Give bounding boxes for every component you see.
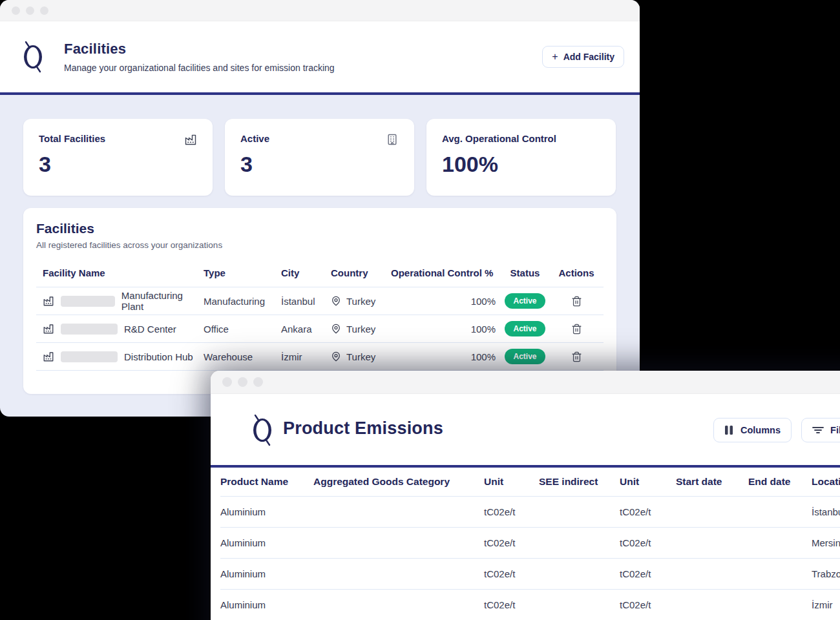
emission-table-row[interactable]: Aluminium tC02e/t tC02e/t İstanbul (220, 497, 840, 528)
facility-control-percent: 100% (391, 351, 501, 362)
unit-value: tC02e/t (620, 599, 676, 610)
column-header-operational-control: Operational Control % (391, 267, 501, 278)
column-header-location: Location (812, 476, 840, 488)
filters-button[interactable]: Filters (801, 418, 840, 442)
emissions-page-title: Product Emissions (283, 418, 443, 439)
stat-card-active: Active 3 (225, 119, 414, 196)
column-header-start-date: Start date (676, 476, 748, 488)
facility-control-percent: 100% (391, 324, 501, 335)
facility-country: Turkey (346, 351, 375, 362)
location-value: İzmir (812, 599, 840, 610)
facility-type: Manufacturing (204, 296, 281, 307)
stat-card-avg-operational-control: Avg. Operational Control 100% (426, 119, 616, 196)
facility-table-row[interactable]: Manufacturing Plant Manufacturing İstanb… (36, 287, 604, 315)
facility-city: İzmir (281, 351, 331, 362)
column-header-product-name: Product Name (220, 476, 313, 488)
facility-table-row[interactable]: R&D Center Office Ankara Turkey (36, 315, 604, 343)
office-building-icon (386, 133, 399, 146)
emissions-toolbar: Columns Filters (713, 418, 840, 442)
window-control-dot[interactable] (238, 377, 247, 387)
location-value: Mersin (812, 537, 840, 548)
status-badge: Active (505, 293, 545, 309)
facilities-window: Facilities Manage your organizational fa… (0, 0, 640, 417)
emission-table-row[interactable]: Aluminium tC02e/t tC02e/t İzmir (220, 590, 840, 620)
column-header-type: Type (204, 267, 281, 278)
window-control-dot[interactable] (26, 6, 34, 15)
columns-button[interactable]: Columns (713, 418, 792, 442)
stat-value: 3 (240, 152, 399, 177)
facility-type: Warehouse (204, 351, 281, 362)
emissions-table-header: Product Name Aggregated Goods Category U… (220, 468, 840, 497)
delete-facility-button[interactable] (569, 321, 585, 337)
delete-facility-button[interactable] (569, 293, 585, 309)
add-facility-button[interactable]: + Add Facility (542, 46, 624, 68)
factory-icon (43, 351, 54, 362)
facilities-card-subtitle: All registered facilities across your or… (36, 240, 604, 250)
column-header-unit-2: Unit (620, 476, 676, 488)
map-pin-icon (331, 351, 341, 362)
header-text: Facilities Manage your organizational fa… (64, 41, 542, 73)
add-facility-label: Add Facility (563, 52, 614, 62)
location-value: İstanbul (812, 506, 840, 517)
page-title: Facilities (64, 41, 542, 57)
factory-icon (184, 133, 197, 146)
factory-icon (43, 323, 54, 335)
factory-icon (43, 295, 54, 307)
facility-control-percent: 100% (391, 296, 501, 307)
trash-icon (571, 296, 582, 307)
stat-label: Total Facilities (39, 133, 197, 144)
redacted-text-placeholder (61, 296, 115, 307)
stat-value: 100% (442, 152, 600, 177)
stat-label: Avg. Operational Control (442, 133, 600, 144)
product-name: Aluminium (220, 537, 313, 548)
facility-name: R&D Center (124, 324, 176, 335)
facility-country: Turkey (346, 324, 375, 335)
window-control-dot[interactable] (40, 6, 48, 15)
emission-table-row[interactable]: Aluminium tC02e/t tC02e/t Mersin (220, 528, 840, 559)
stat-card-total-facilities: Total Facilities 3 (23, 119, 213, 196)
status-badge: Active (505, 321, 545, 336)
column-header-unit-1: Unit (484, 476, 539, 488)
unit-value: tC02e/t (484, 568, 539, 579)
trash-icon (571, 351, 582, 362)
redacted-text-placeholder (61, 324, 118, 335)
app-logo-icon (249, 413, 275, 447)
columns-icon (724, 425, 734, 435)
facility-name: Distribution Hub (124, 351, 193, 362)
facilities-header: Facilities Manage your organizational fa… (0, 21, 640, 92)
column-header-aggregated-goods-category: Aggregated Goods Category (313, 476, 484, 488)
facility-table-row[interactable]: Distribution Hub Warehouse İzmir Turkey (36, 343, 604, 371)
facility-city: İstanbul (281, 296, 331, 307)
emissions-table: Product Name Aggregated Goods Category U… (211, 468, 840, 620)
facility-city: Ankara (281, 324, 331, 335)
desktop-background: Facilities Manage your organizational fa… (0, 0, 840, 620)
delete-facility-button[interactable] (569, 349, 585, 365)
window-control-dot[interactable] (12, 6, 20, 15)
emissions-header: Product Emissions Columns (211, 394, 840, 465)
facilities-window-titlebar (0, 0, 640, 21)
map-pin-icon (331, 296, 341, 306)
filter-icon (812, 426, 824, 435)
unit-value: tC02e/t (620, 568, 676, 579)
column-header-facility-name: Facility Name (36, 267, 204, 278)
facility-name: Manufacturing Plant (121, 290, 204, 312)
filters-button-label: Filters (830, 425, 840, 435)
column-header-actions: Actions (549, 267, 604, 278)
product-name: Aluminium (220, 568, 313, 579)
map-pin-icon (331, 324, 341, 334)
window-control-dot[interactable] (222, 377, 232, 387)
stat-label: Active (240, 133, 399, 144)
app-logo-icon (20, 40, 46, 74)
window-control-dot[interactable] (253, 377, 263, 387)
column-header-country: Country (331, 267, 391, 278)
stat-value: 3 (39, 152, 197, 177)
column-header-city: City (281, 267, 331, 278)
facilities-table-card: Facilities All registered facilities acr… (23, 208, 616, 394)
stats-row: Total Facilities 3 Active (23, 119, 616, 196)
unit-value: tC02e/t (620, 506, 676, 517)
emissions-window-titlebar (211, 371, 840, 394)
emission-table-row[interactable]: Aluminium tC02e/t tC02e/t Trabzon (220, 559, 840, 590)
product-emissions-window: Product Emissions Columns (211, 371, 840, 620)
facilities-table: Facility Name Type City Country Operatio… (36, 259, 604, 371)
facilities-table-header: Facility Name Type City Country Operatio… (36, 259, 604, 287)
